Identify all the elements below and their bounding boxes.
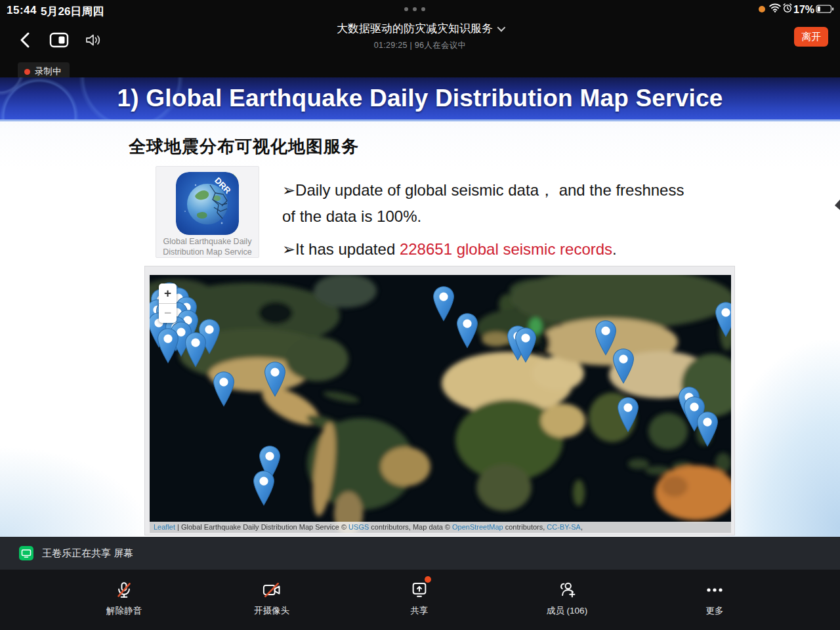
meeting-title[interactable]: 大数据驱动的防灾减灾知识服务 [337, 21, 503, 36]
mic-muted-icon [115, 579, 133, 601]
app-card: DRR Global Earthquake Daily Distribution… [156, 166, 259, 258]
share-label: 共享 [411, 605, 429, 617]
app-caption-line1: Global Earthquake Daily [156, 236, 259, 247]
map-markers [150, 275, 731, 533]
clock-date: 5月26日周四 [41, 4, 104, 19]
map-marker-pin[interactable] [213, 371, 235, 407]
more-button[interactable]: 更多 [669, 579, 761, 617]
unmute-button[interactable]: 解除静音 [78, 579, 170, 617]
attribution-link[interactable]: CC-BY-SA [547, 523, 581, 531]
map-marker-pin[interactable] [612, 348, 635, 384]
members-button[interactable]: 成员 (106) [521, 579, 613, 617]
slide-title: 1) Global Earthquake Daily Distribution … [117, 85, 723, 112]
more-dots-icon [705, 579, 724, 601]
map-frame: + − Leaflet | Global Earthquake Daily Di… [144, 266, 735, 536]
map-marker-pin[interactable] [432, 286, 455, 322]
unmute-label: 解除静音 [106, 605, 142, 617]
highlighted-record-count: 228651 global seismic records [400, 240, 612, 258]
meeting-header: 大数据驱动的防灾减灾知识服务 01:29:25 | 96人在会议中 离开 [0, 20, 840, 60]
mouse-cursor-icon [835, 200, 840, 213]
shared-slide: 1) Global Earthquake Daily Distribution … [0, 77, 840, 537]
recording-dot-icon [24, 69, 30, 75]
battery-percent: 17% [793, 4, 814, 16]
camera-on-button[interactable]: 开摄像头 [226, 579, 318, 617]
share-status-bar: 王卷乐正在共享 屏幕 [0, 537, 840, 570]
bullet-2: ➢It has updated 228651 global seismic re… [282, 236, 715, 262]
bullet-1-line-2: of the data is 100%. [282, 203, 715, 230]
map-marker-pin[interactable] [514, 327, 537, 363]
wifi-icon [769, 3, 781, 15]
app-caption-line2: Distribution Map Service [156, 247, 259, 257]
chevron-down-icon [497, 24, 506, 32]
battery-icon [816, 5, 834, 16]
map-marker-pin[interactable] [253, 471, 275, 506]
attribution-link[interactable]: OpenStreetMap [452, 523, 503, 531]
zoom-out-button[interactable]: − [159, 303, 177, 324]
attribution-text: contributors, Map data © [369, 523, 452, 531]
share-button[interactable]: 共享 [373, 579, 465, 617]
attribution-text: contributors, [503, 523, 547, 531]
slide-subtitle-cn: 全球地震分布可视化地图服务 [129, 135, 359, 158]
attribution-text: | Global Earthquake Daily Distribution M… [175, 523, 348, 531]
slide-title-banner: 1) Global Earthquake Daily Distribution … [0, 77, 840, 121]
bullet-1-line-1: ➢Daily update of global seismic data， an… [282, 177, 715, 203]
map-marker-pin[interactable] [456, 313, 478, 348]
meeting-app-screen: 15:44 5月26日周四 17% 大数据驱动的防灾减灾知识服务 01:29:2… [0, 0, 840, 630]
recording-label: 录制中 [35, 66, 62, 77]
bottom-toolbar: 解除静音 开摄像头 共享 成员 (106) 更多 [0, 570, 840, 630]
zoom-in-button[interactable]: + [159, 284, 177, 303]
map-marker-pin[interactable] [696, 411, 719, 447]
map-attribution: Leaflet | Global Earthquake Daily Distri… [150, 522, 731, 533]
share-notification-dot [425, 576, 431, 583]
share-status-message: 王卷乐正在共享 屏幕 [42, 547, 133, 560]
share-screen-icon [410, 579, 429, 601]
members-label: 成员 (106) [547, 605, 587, 617]
map-marker-pin[interactable] [715, 302, 731, 337]
map-marker-pin[interactable] [264, 362, 286, 397]
multitask-indicator-icon [404, 7, 425, 11]
members-icon [557, 579, 577, 601]
meeting-info: 01:29:25 | 96人在会议中 [0, 40, 840, 51]
slide-decor-clouds-left [0, 438, 164, 537]
slide-bullets: ➢Daily update of global seismic data， an… [282, 177, 715, 262]
screen-share-indicator-icon [19, 546, 33, 560]
status-bar: 15:44 5月26日周四 17% [0, 0, 840, 20]
map-marker-pin[interactable] [157, 328, 179, 364]
leave-meeting-button[interactable]: 离开 [794, 27, 828, 47]
attribution-link[interactable]: USGS [348, 523, 369, 531]
map-marker-pin[interactable] [617, 397, 639, 432]
map-marker-pin[interactable] [184, 332, 207, 368]
alarm-icon [782, 3, 793, 16]
more-label: 更多 [706, 605, 724, 617]
clock-time: 15:44 [7, 4, 37, 17]
camera-label: 开摄像头 [254, 605, 289, 617]
map-zoom-control: + − [159, 284, 177, 323]
attribution-link[interactable]: Leaflet [154, 523, 175, 531]
attribution-text: , [581, 523, 583, 531]
camera-off-icon [262, 579, 282, 601]
leaflet-map[interactable]: + − Leaflet | Global Earthquake Daily Di… [150, 275, 731, 533]
drr-app-icon: DRR [176, 172, 239, 235]
mic-in-use-indicator-icon [759, 6, 765, 12]
